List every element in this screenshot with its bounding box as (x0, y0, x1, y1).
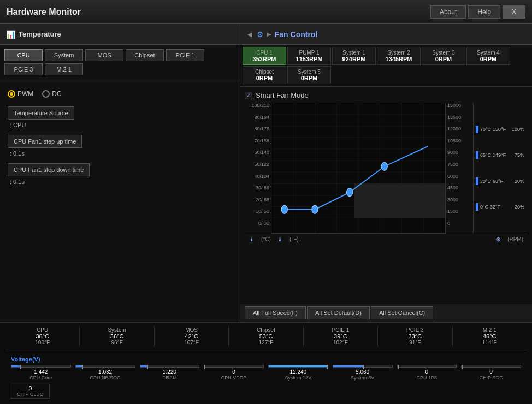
volt-fill-sys5v (333, 365, 363, 367)
volt-name-sys5v: System 5V (351, 375, 375, 381)
y-label-4: 60/140 (245, 150, 269, 155)
stat-pcie3-val1: 33°C (381, 333, 448, 340)
ts-fahr-0: 158°F (493, 127, 506, 132)
volt-name-cpu-nb: CPU NB/SOC (90, 375, 121, 381)
fan-btn-m2[interactable]: M.2 1 (45, 63, 83, 75)
fan-rpm-sys5-name: System 5 (293, 69, 325, 75)
smart-fan-title: Smart Fan Mode (256, 91, 309, 99)
ts-bar-2 (476, 177, 478, 185)
fan-btn-pcie1[interactable]: PCIE 1 (166, 49, 204, 61)
pwm-label: PWM (17, 90, 33, 98)
stat-chipset-val2: 127°F (232, 340, 299, 346)
stat-cpu-val1: 38°C (9, 333, 76, 340)
chart-legend-left: 🌡 (°C) 🌡 (°F) (249, 236, 299, 242)
volt-bar-chip-soc (461, 365, 521, 368)
stat-chipset-val1: 53°C (232, 333, 299, 340)
ts-pct-0: 100% (512, 127, 525, 132)
volt-val-cpu-vddp: 0 (232, 369, 235, 375)
stat-pcie1: PCIE 1 39°C 102°F (304, 326, 378, 347)
y-label-7: 30/ 86 (245, 185, 269, 191)
volt-val-cpu1p8: 0 (425, 369, 429, 375)
chart-canvas[interactable] (271, 103, 446, 234)
about-button[interactable]: About (430, 5, 466, 19)
arrow-right-icon: ► (266, 31, 273, 38)
r-label-8: 3000 (447, 197, 473, 203)
step-down-value: : 0.1s (8, 179, 232, 185)
volt-marker-cpu-nb (82, 365, 83, 369)
app-title: Hardware Monitor (7, 7, 428, 17)
smart-fan-checkbox[interactable]: ✓ (245, 92, 252, 99)
volt-cpu1p8: 0 CPU 1P8 (397, 365, 457, 381)
ts-pct-3: 20% (515, 204, 525, 210)
ts-pct-2: 20% (515, 179, 525, 184)
app-wrapper: Hardware Monitor About Help X 📊 Temperat… (0, 0, 532, 404)
temp-source-button[interactable]: Temperature Source (8, 106, 74, 120)
r-label-7: 4500 (447, 185, 473, 191)
chip-cldo-box: 0 CHIP CLDO (11, 384, 50, 399)
fan-rpm-sys3[interactable]: System 3 0RPM (422, 47, 465, 65)
fan-rpm-sys4[interactable]: System 4 0RPM (466, 47, 510, 65)
volt-fill-cpu-core (11, 365, 20, 367)
fan-btn-chipset[interactable]: Chipset (126, 49, 164, 61)
stat-mos-name: MOS (158, 327, 225, 333)
stat-mos-val2: 107°F (158, 340, 225, 346)
y-labels-left: 100/212 90/194 80/176 70/158 60/140 50/1… (245, 103, 271, 234)
ts-fahr-3: 32°F (490, 204, 500, 210)
y-label-3: 70/158 (245, 138, 269, 144)
stat-m21-val1: 46°C (456, 333, 523, 340)
fan-rpm-cpu1[interactable]: CPU 1 353RPM (243, 47, 286, 65)
volt-bar-cpu-nb (75, 365, 135, 368)
y-label-0: 100/212 (245, 103, 269, 108)
all-set-cancel-button[interactable]: All Set Cancel(C) (371, 306, 433, 319)
volt-marker-cpu-core (20, 365, 21, 369)
stat-system-val2: 96°F (83, 340, 150, 346)
fan-rpm-pump1[interactable]: PUMP 1 1153RPM (287, 47, 331, 65)
stat-cpu-name: CPU (9, 327, 76, 333)
all-set-default-button[interactable]: All Set Default(D) (307, 306, 370, 319)
stat-mos-val1: 42°C (158, 333, 225, 340)
volt-cpu-nb: 1.032 CPU NB/SOC (75, 365, 135, 381)
fan-rpm-sys5[interactable]: System 5 0RPM (287, 66, 331, 84)
voltage-title: Voltage(V) (11, 356, 521, 363)
step-down-button[interactable]: CPU Fan1 step down time (8, 163, 90, 176)
volt-name-sys12v: System 12V (285, 375, 312, 381)
fan-btn-system[interactable]: System (45, 49, 83, 61)
voltage-section: Voltage(V) 1.442 CPU Core (5, 354, 527, 401)
fan-rpm-chipset[interactable]: Chipset 0RPM (243, 66, 286, 84)
y-label-8: 20/ 68 (245, 197, 269, 203)
r-label-9: 1500 (447, 209, 473, 214)
ts-temp-3: 0°C (480, 204, 488, 210)
temp-source-value: : CPU (8, 122, 232, 128)
stat-chipset-name: Chipset (232, 327, 299, 333)
fan-btn-pcie3[interactable]: PCIE 3 (4, 63, 43, 75)
close-button[interactable]: X (503, 5, 525, 19)
r-label-3: 10500 (447, 138, 473, 144)
fan-btn-mos[interactable]: MOS (85, 49, 123, 61)
dc-label: DC (52, 90, 61, 98)
ts-fahr-2: 68°F (493, 179, 503, 184)
pwm-radio[interactable]: PWM (8, 90, 33, 98)
volt-val-dram: 1.220 (163, 369, 176, 375)
ts-fahr-1: 149°F (493, 152, 506, 158)
fan-rpm-sys1[interactable]: System 1 924RPM (332, 47, 376, 65)
y-label-5: 50/122 (245, 162, 269, 167)
all-full-speed-button[interactable]: All Full Speed(F) (245, 306, 306, 319)
fan-rpm-sys2[interactable]: System 2 1345RPM (377, 47, 421, 65)
r-label-0: 15000 (447, 103, 473, 108)
svg-point-19 (312, 205, 318, 213)
chart-legend-right: ⚙ (RPM) (496, 236, 523, 242)
dc-radio[interactable]: DC (42, 90, 61, 98)
ts-row-2: 20°C 68°F 20% (476, 177, 525, 185)
help-button[interactable]: Help (468, 5, 500, 19)
fan-rpm-sys4-name: System 4 (472, 50, 504, 56)
volt-name-chip-soc: CHIP SOC (479, 375, 503, 381)
volt-sys12v: 12.240 System 12V (268, 365, 328, 381)
fan-btn-cpu[interactable]: CPU (4, 49, 43, 61)
stat-system-name: System (83, 327, 150, 333)
volt-dram: 1.220 DRAM (140, 365, 200, 381)
volt-bar-sys5v (333, 365, 393, 368)
temp-icon-f: 🌡 (277, 236, 283, 242)
ts-row-0: 70°C 158°F 100% (476, 126, 525, 133)
step-up-button[interactable]: CPU Fan1 step up time (8, 135, 82, 148)
fan-control-title: Fan Control (275, 30, 318, 39)
